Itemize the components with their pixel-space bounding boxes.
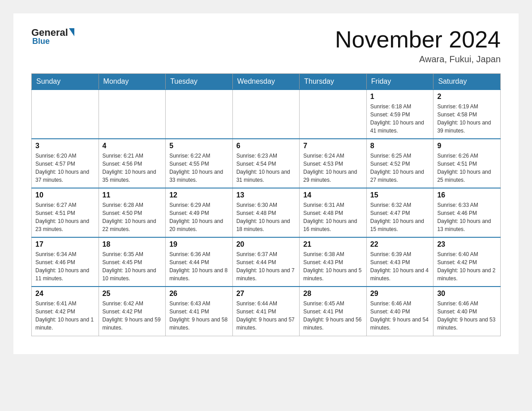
calendar-cell: 23Sunrise: 6:40 AMSunset: 4:42 PMDayligh… [433,237,501,287]
location: Awara, Fukui, Japan [335,54,501,64]
day-info: Sunrise: 6:30 AMSunset: 4:48 PMDaylight:… [236,201,296,233]
day-number: 8 [370,142,430,150]
day-info: Sunrise: 6:40 AMSunset: 4:42 PMDaylight:… [437,250,497,283]
calendar-cell: 6Sunrise: 6:23 AMSunset: 4:54 PMDaylight… [232,139,300,188]
calendar-cell: 7Sunrise: 6:24 AMSunset: 4:53 PMDaylight… [300,139,367,188]
calendar-cell: 27Sunrise: 6:44 AMSunset: 4:41 PMDayligh… [232,287,300,336]
day-number: 16 [437,191,497,199]
day-number: 29 [370,290,430,298]
day-info: Sunrise: 6:29 AMSunset: 4:49 PMDaylight:… [169,201,229,233]
week-row-5: 24Sunrise: 6:41 AMSunset: 4:42 PMDayligh… [32,287,501,336]
day-number: 23 [437,240,497,248]
day-number: 24 [35,290,95,298]
day-number: 28 [303,290,363,298]
day-info: Sunrise: 6:20 AMSunset: 4:57 PMDaylight:… [35,152,95,184]
day-info: Sunrise: 6:33 AMSunset: 4:46 PMDaylight:… [437,201,497,233]
day-number: 1 [370,93,430,101]
day-number: 2 [437,93,497,101]
day-info: Sunrise: 6:28 AMSunset: 4:50 PMDaylight:… [103,201,162,233]
calendar-cell: 14Sunrise: 6:31 AMSunset: 4:48 PMDayligh… [300,188,367,237]
day-number: 12 [169,191,229,199]
calendar-cell: 13Sunrise: 6:30 AMSunset: 4:48 PMDayligh… [232,188,300,237]
title-section: November 2024 Awara, Fukui, Japan [335,27,501,64]
calendar-cell: 2Sunrise: 6:19 AMSunset: 4:58 PMDaylight… [433,90,501,139]
calendar-cell [99,90,166,139]
day-info: Sunrise: 6:34 AMSunset: 4:46 PMDaylight:… [35,250,95,283]
day-info: Sunrise: 6:25 AMSunset: 4:52 PMDaylight:… [370,152,430,184]
day-info: Sunrise: 6:38 AMSunset: 4:43 PMDaylight:… [303,250,363,283]
page: General Blue November 2024 Awara, Fukui,… [13,13,519,354]
day-number: 3 [35,142,95,150]
day-info: Sunrise: 6:41 AMSunset: 4:42 PMDaylight:… [35,300,95,332]
day-number: 21 [303,240,363,248]
week-row-1: 1Sunrise: 6:18 AMSunset: 4:59 PMDaylight… [32,90,501,139]
calendar-cell: 21Sunrise: 6:38 AMSunset: 4:43 PMDayligh… [300,237,367,287]
calendar-cell: 8Sunrise: 6:25 AMSunset: 4:52 PMDaylight… [366,139,433,188]
weekday-header-tuesday: Tuesday [166,74,233,90]
day-info: Sunrise: 6:24 AMSunset: 4:53 PMDaylight:… [303,152,363,184]
day-number: 17 [35,240,95,248]
weekday-header-friday: Friday [366,74,433,90]
calendar-cell: 24Sunrise: 6:41 AMSunset: 4:42 PMDayligh… [32,287,99,336]
month-title: November 2024 [335,27,501,52]
day-info: Sunrise: 6:45 AMSunset: 4:41 PMDaylight:… [303,300,363,332]
calendar-cell: 29Sunrise: 6:46 AMSunset: 4:40 PMDayligh… [366,287,433,336]
calendar-cell: 19Sunrise: 6:36 AMSunset: 4:44 PMDayligh… [166,237,233,287]
day-number: 19 [169,240,229,248]
calendar-cell: 16Sunrise: 6:33 AMSunset: 4:46 PMDayligh… [433,188,501,237]
day-info: Sunrise: 6:22 AMSunset: 4:55 PMDaylight:… [169,152,229,184]
day-info: Sunrise: 6:35 AMSunset: 4:45 PMDaylight:… [103,250,162,283]
day-info: Sunrise: 6:31 AMSunset: 4:48 PMDaylight:… [303,201,363,233]
calendar-body: 1Sunrise: 6:18 AMSunset: 4:59 PMDaylight… [32,90,501,336]
day-number: 14 [303,191,363,199]
calendar-cell: 3Sunrise: 6:20 AMSunset: 4:57 PMDaylight… [32,139,99,188]
day-number: 15 [370,191,430,199]
week-row-4: 17Sunrise: 6:34 AMSunset: 4:46 PMDayligh… [32,237,501,287]
weekday-header-wednesday: Wednesday [232,74,300,90]
calendar-cell: 10Sunrise: 6:27 AMSunset: 4:51 PMDayligh… [32,188,99,237]
day-number: 9 [437,142,497,150]
weekday-header-saturday: Saturday [433,74,501,90]
day-number: 25 [103,290,162,298]
calendar-cell: 26Sunrise: 6:43 AMSunset: 4:41 PMDayligh… [166,287,233,336]
week-row-3: 10Sunrise: 6:27 AMSunset: 4:51 PMDayligh… [32,188,501,237]
calendar-cell: 17Sunrise: 6:34 AMSunset: 4:46 PMDayligh… [32,237,99,287]
logo-sub: Blue [32,37,50,46]
day-info: Sunrise: 6:46 AMSunset: 4:40 PMDaylight:… [370,300,430,332]
calendar-cell [300,90,367,139]
weekday-header-thursday: Thursday [300,74,367,90]
day-number: 26 [169,290,229,298]
calendar-cell: 30Sunrise: 6:46 AMSunset: 4:40 PMDayligh… [433,287,501,336]
calendar-header: SundayMondayTuesdayWednesdayThursdayFrid… [32,74,501,90]
day-info: Sunrise: 6:42 AMSunset: 4:42 PMDaylight:… [103,300,162,332]
calendar: SundayMondayTuesdayWednesdayThursdayFrid… [31,73,501,336]
day-number: 27 [236,290,296,298]
logo-triangle-icon [69,28,74,36]
calendar-cell: 25Sunrise: 6:42 AMSunset: 4:42 PMDayligh… [99,287,166,336]
calendar-cell [32,90,99,139]
logo: General Blue [31,27,74,46]
day-number: 10 [35,191,95,199]
day-info: Sunrise: 6:32 AMSunset: 4:47 PMDaylight:… [370,201,430,233]
calendar-cell: 20Sunrise: 6:37 AMSunset: 4:44 PMDayligh… [232,237,300,287]
day-number: 11 [103,191,162,199]
day-info: Sunrise: 6:26 AMSunset: 4:51 PMDaylight:… [437,152,497,184]
weekday-header-sunday: Sunday [32,74,99,90]
day-number: 20 [236,240,296,248]
weekday-header-monday: Monday [99,74,166,90]
day-info: Sunrise: 6:44 AMSunset: 4:41 PMDaylight:… [236,300,296,332]
day-number: 4 [103,142,162,150]
day-info: Sunrise: 6:43 AMSunset: 4:41 PMDaylight:… [169,300,229,332]
weekday-row: SundayMondayTuesdayWednesdayThursdayFrid… [32,74,501,90]
calendar-cell [232,90,300,139]
day-info: Sunrise: 6:23 AMSunset: 4:54 PMDaylight:… [236,152,296,184]
calendar-cell: 5Sunrise: 6:22 AMSunset: 4:55 PMDaylight… [166,139,233,188]
day-info: Sunrise: 6:19 AMSunset: 4:58 PMDaylight:… [437,103,497,135]
day-info: Sunrise: 6:46 AMSunset: 4:40 PMDaylight:… [437,300,497,332]
day-number: 7 [303,142,363,150]
day-number: 5 [169,142,229,150]
calendar-cell: 28Sunrise: 6:45 AMSunset: 4:41 PMDayligh… [300,287,367,336]
day-number: 13 [236,191,296,199]
calendar-cell [166,90,233,139]
day-info: Sunrise: 6:36 AMSunset: 4:44 PMDaylight:… [169,250,229,283]
